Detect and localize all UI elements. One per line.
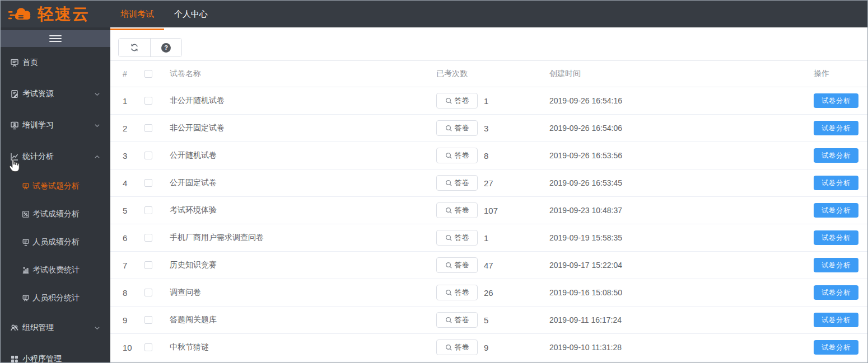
exam-name: 非公开固定试卷 [170, 123, 436, 133]
answer-sheet-button[interactable]: 答卷 [436, 93, 478, 109]
search-icon [445, 207, 452, 214]
paper-analysis-button[interactable]: 试卷分析 [814, 93, 858, 108]
answer-sheet-button[interactable]: 答卷 [436, 120, 478, 136]
answer-button-label: 答卷 [455, 150, 469, 161]
exam-name: 答题闯关题库 [170, 315, 436, 325]
sidebar-item-organization[interactable]: 组织管理 [1, 312, 110, 343]
search-icon [445, 317, 452, 324]
sidebar-item-label: 首页 [22, 58, 38, 68]
row-checkbox[interactable] [144, 206, 152, 214]
organization-icon [10, 323, 19, 332]
exam-count: 9 [484, 343, 488, 352]
answer-sheet-button[interactable]: 答卷 [436, 175, 478, 191]
exam-name: 非公开随机试卷 [170, 96, 436, 106]
paper-analysis-button[interactable]: 试卷分析 [814, 203, 858, 218]
row-index: 4 [123, 178, 139, 188]
row-index: 1 [123, 96, 139, 106]
sidebar-subitem-fee-stats[interactable]: 考试收费统计 [1, 256, 110, 284]
exam-count: 1 [484, 233, 488, 243]
sidebar-item-exam-resources[interactable]: 考试资源 [1, 78, 110, 110]
exam-count: 5 [484, 315, 488, 325]
answer-sheet-button[interactable]: 答卷 [436, 202, 478, 218]
sidebar-subitem-person-score[interactable]: 人员成绩分析 [1, 228, 110, 256]
table-row: 9 答题闯关题库 答卷 5 2019-09-11 16:17:24 试卷分析 [110, 307, 868, 334]
answer-button-label: 答卷 [455, 233, 469, 243]
table-row: 8 调查问卷 答卷 26 2019-09-16 15:08:50 试卷分析 [110, 279, 868, 307]
created-time: 2019-09-16 15:08:50 [549, 288, 814, 297]
row-checkbox[interactable] [144, 289, 152, 296]
row-checkbox[interactable] [144, 152, 152, 159]
paper-analysis-icon [22, 182, 30, 190]
row-checkbox[interactable] [144, 97, 152, 105]
answer-button-label: 答卷 [455, 342, 469, 352]
exam-name: 手机厂商用户需求调查问卷 [170, 233, 436, 243]
exam-name: 中秋节猜谜 [170, 342, 436, 352]
paper-analysis-button[interactable]: 试卷分析 [814, 313, 858, 327]
exam-count: 8 [484, 151, 488, 161]
table-row: 2 非公开固定试卷 答卷 3 2019-09-26 16:54:06 试卷分析 [110, 115, 868, 142]
search-icon [445, 289, 452, 296]
paper-analysis-button[interactable]: 试卷分析 [814, 176, 858, 190]
created-time: 2019-09-10 11:31:28 [549, 343, 814, 352]
sidebar-subitem-points-stats[interactable]: 人员积分统计 [1, 284, 110, 312]
sidebar-item-miniprogram[interactable]: 小程序管理 [1, 343, 110, 363]
answer-sheet-button[interactable]: 答卷 [436, 257, 478, 273]
exam-name: 考试环境体验 [170, 205, 436, 215]
paper-analysis-button[interactable]: 试卷分析 [814, 148, 858, 163]
row-index: 7 [123, 261, 139, 270]
table-header: # 试卷名称 已考次数 创建时间 操作 [110, 61, 868, 87]
help-button[interactable]: ? [150, 39, 181, 56]
table-row: 5 考试环境体验 答卷 107 2019-09-23 10:48:37 试卷分析 [110, 197, 868, 224]
sidebar-item-label: 小程序管理 [22, 354, 62, 363]
chevron-up-icon [94, 154, 100, 160]
paper-analysis-button[interactable]: 试卷分析 [814, 230, 858, 245]
app-window: 轻速云 培训考试 个人中心 首页 考试资源 [0, 0, 868, 363]
training-icon [10, 121, 19, 130]
exam-count: 1 [484, 96, 488, 106]
table-row: 6 手机厂商用户需求调查问卷 答卷 1 2019-09-19 15:58:35 … [110, 224, 868, 252]
table-row: 3 公开随机试卷 答卷 8 2019-09-26 16:53:56 试卷分析 [110, 142, 868, 169]
paper-analysis-button[interactable]: 试卷分析 [814, 340, 858, 355]
answer-sheet-button[interactable]: 答卷 [436, 285, 478, 300]
answer-sheet-button[interactable]: 答卷 [436, 230, 478, 246]
exam-name: 公开随机试卷 [170, 150, 436, 161]
main-content: ? # 试卷名称 已考次数 创建时间 操作 1 非公开随机试卷 答卷 1 2 [110, 27, 868, 363]
answer-sheet-button[interactable]: 答卷 [436, 148, 478, 163]
row-checkbox[interactable] [144, 316, 152, 324]
sidebar-item-home[interactable]: 首页 [1, 47, 110, 78]
search-icon [445, 97, 452, 105]
sidebar-subitem-paper-analysis[interactable]: 试卷试题分析 [1, 172, 110, 200]
table-row: 7 历史知识竞赛 答卷 47 2019-09-17 15:22:04 试卷分析 [110, 252, 868, 279]
sidebar-collapse-button[interactable] [1, 30, 110, 47]
header-actions: 操作 [814, 69, 858, 79]
created-time: 2019-09-26 16:53:56 [549, 151, 814, 160]
sidebar-item-training-study[interactable]: 培训学习 [1, 110, 110, 141]
created-time: 2019-09-26 16:54:16 [549, 96, 814, 105]
refresh-button[interactable] [119, 39, 150, 56]
answer-button-label: 答卷 [455, 123, 469, 133]
row-checkbox[interactable] [144, 343, 152, 351]
row-checkbox[interactable] [144, 124, 152, 132]
select-all-checkbox[interactable] [144, 70, 152, 78]
miniprogram-icon [10, 355, 19, 363]
answer-sheet-button[interactable]: 答卷 [436, 340, 478, 355]
answer-sheet-button[interactable]: 答卷 [436, 312, 478, 328]
tab-label: 培训考试 [120, 9, 154, 20]
brand-logo[interactable]: 轻速云 [1, 1, 110, 27]
row-checkbox[interactable] [144, 179, 152, 187]
paper-analysis-button[interactable]: 试卷分析 [814, 121, 858, 135]
table-row: 1 非公开随机试卷 答卷 1 2019-09-26 16:54:16 试卷分析 [110, 87, 868, 115]
search-icon [445, 344, 452, 351]
sidebar-item-label: 组织管理 [22, 323, 54, 333]
sidebar-item-statistics[interactable]: 统计分析 [1, 141, 110, 172]
tab-personal-center[interactable]: 个人中心 [164, 1, 218, 27]
created-time: 2019-09-19 15:58:35 [549, 233, 814, 242]
tab-training-exam[interactable]: 培训考试 [110, 1, 164, 27]
sidebar-item-label: 人员积分统计 [32, 293, 80, 303]
sidebar-subitem-score-analysis[interactable]: 考试成绩分析 [1, 200, 110, 228]
row-checkbox[interactable] [144, 261, 152, 269]
paper-analysis-button[interactable]: 试卷分析 [814, 285, 858, 300]
search-icon [445, 125, 452, 132]
row-checkbox[interactable] [144, 234, 152, 242]
paper-analysis-button[interactable]: 试卷分析 [814, 258, 858, 272]
